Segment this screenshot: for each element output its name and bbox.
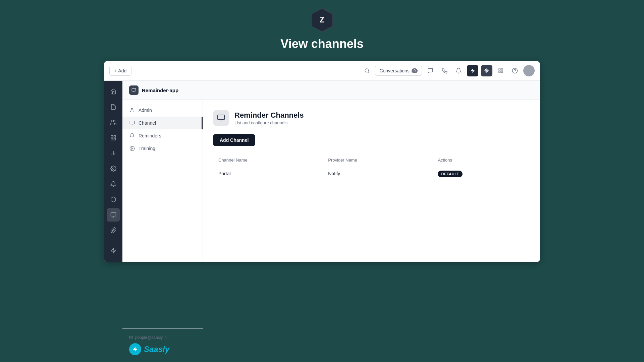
- svg-point-34: [130, 146, 134, 150]
- help-icon-button[interactable]: [509, 65, 521, 76]
- conversations-badge: 0: [412, 68, 418, 73]
- conversations-button[interactable]: Conversations 0: [375, 66, 422, 76]
- channels-page-icon: [213, 110, 229, 126]
- svg-rect-27: [132, 88, 136, 91]
- training-label: Training: [139, 146, 155, 151]
- nav-item-channel[interactable]: Channel: [122, 117, 203, 129]
- cell-channel-name: Portal: [213, 166, 323, 181]
- svg-rect-10: [501, 69, 503, 70]
- nav-item-training[interactable]: Training: [122, 142, 203, 155]
- sidebar-item-notifications[interactable]: [107, 177, 120, 191]
- svg-rect-23: [111, 213, 116, 216]
- svg-rect-12: [501, 71, 503, 73]
- col-actions: Actions: [432, 154, 530, 166]
- avatar-button[interactable]: [523, 65, 535, 76]
- inner-content: Admin Channel: [122, 100, 540, 262]
- table-body: Portal Notify DEFAULT: [213, 166, 530, 181]
- svg-point-30: [131, 108, 133, 110]
- svg-rect-9: [499, 69, 500, 70]
- svg-rect-15: [111, 135, 113, 137]
- col-channel-name: Channel Name: [213, 154, 323, 166]
- table-row: Portal Notify DEFAULT: [213, 166, 530, 181]
- svg-line-3: [368, 72, 369, 73]
- nav-items-list: Admin Channel: [122, 104, 203, 155]
- channels-title: Reminder Channels: [234, 111, 304, 120]
- channels-main-content: Reminder Channels List and configure cha…: [203, 100, 540, 262]
- page-title: View channels: [280, 37, 363, 51]
- svg-point-22: [112, 168, 114, 170]
- reminders-label: Reminders: [139, 133, 161, 138]
- top-section: Z View channels: [0, 0, 644, 61]
- sidebar-item-analytics[interactable]: [107, 146, 120, 160]
- grid-icon-button[interactable]: [495, 65, 506, 76]
- sidebar-item-contacts[interactable]: [107, 116, 120, 129]
- reminders-icon: [129, 133, 135, 139]
- svg-text:Z: Z: [320, 15, 325, 24]
- default-badge: DEFAULT: [438, 171, 462, 177]
- add-button[interactable]: + Add: [109, 66, 131, 76]
- topbar-right: Conversations 0: [362, 65, 535, 76]
- content-area: Remainder-app: [104, 81, 540, 262]
- channel-icon: [129, 120, 135, 126]
- app-logo: Z: [309, 7, 335, 34]
- bolt-icon-button[interactable]: [467, 65, 478, 76]
- channels-table: Channel Name Provider Name Actions Porta…: [213, 154, 530, 181]
- sidebar-item-settings[interactable]: [107, 162, 120, 175]
- app-icon: [129, 85, 139, 95]
- app-name-text: Remainder-app: [142, 87, 178, 93]
- svg-rect-31: [130, 121, 134, 124]
- admin-icon: [129, 107, 135, 113]
- search-button[interactable]: [362, 65, 372, 76]
- cell-provider-name: Notify: [323, 166, 432, 181]
- snowflake-icon-button[interactable]: [481, 65, 492, 76]
- conversations-label: Conversations: [379, 68, 410, 73]
- svg-marker-4: [471, 68, 475, 73]
- topbar: + Add Conversations 0: [104, 61, 540, 81]
- svg-point-2: [365, 69, 369, 72]
- svg-marker-35: [132, 147, 133, 149]
- main-container: + Add Conversations 0: [104, 61, 540, 262]
- admin-label: Admin: [139, 108, 152, 113]
- svg-rect-36: [218, 115, 224, 120]
- nav-item-admin[interactable]: Admin: [122, 104, 203, 117]
- sidebar-item-channels[interactable]: [107, 208, 120, 222]
- svg-rect-18: [114, 138, 115, 140]
- channel-label: Channel: [139, 120, 156, 126]
- app-name-bar: Remainder-app: [122, 81, 540, 100]
- table-header-row: Channel Name Provider Name Actions: [213, 154, 530, 166]
- channels-title-area: Reminder Channels List and configure cha…: [234, 111, 304, 125]
- svg-rect-16: [114, 135, 115, 137]
- phone-icon-button[interactable]: [439, 65, 450, 76]
- svg-rect-17: [111, 138, 113, 140]
- table-header: Channel Name Provider Name Actions: [213, 154, 530, 166]
- sidebar-item-files[interactable]: [107, 224, 120, 237]
- channels-subtitle: List and configure channels: [234, 120, 304, 125]
- sidebar-item-grid[interactable]: [107, 131, 120, 144]
- add-channel-button[interactable]: Add Channel: [213, 134, 255, 146]
- svg-point-14: [111, 120, 113, 122]
- right-panel: Remainder-app: [122, 81, 540, 262]
- nav-item-reminders[interactable]: Reminders: [122, 129, 203, 142]
- chat-icon-button[interactable]: [425, 65, 436, 76]
- channels-header: Reminder Channels List and configure cha…: [213, 110, 530, 126]
- nav-sidebar: Admin Channel: [122, 100, 203, 262]
- sidebar-item-integrations[interactable]: [107, 193, 120, 206]
- sidebar-item-home[interactable]: [107, 85, 120, 98]
- page-wrapper: Z View channels + Add Conversations 0: [0, 0, 644, 362]
- training-icon: [129, 145, 135, 152]
- cell-actions: DEFAULT: [432, 166, 530, 181]
- col-provider-name: Provider Name: [323, 154, 432, 166]
- svg-marker-26: [111, 248, 116, 253]
- icon-sidebar: [104, 81, 122, 262]
- sidebar-item-reports[interactable]: [107, 100, 120, 114]
- notification-icon-button[interactable]: [453, 65, 464, 76]
- sidebar-item-zendesk[interactable]: [107, 244, 120, 257]
- svg-rect-11: [499, 71, 500, 73]
